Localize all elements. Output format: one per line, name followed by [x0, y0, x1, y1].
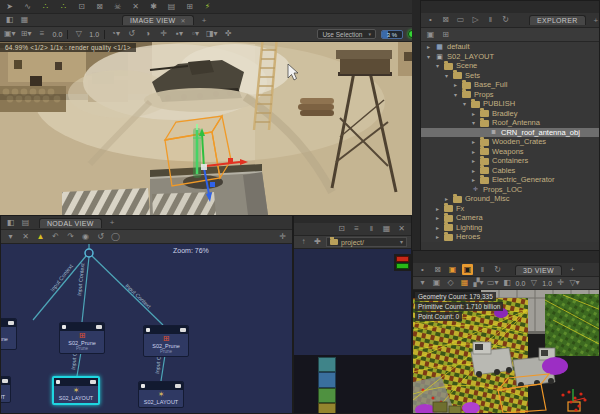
panel-icon[interactable]: ▭ — [455, 15, 466, 26]
cursor-icon[interactable]: ➤ — [4, 1, 15, 12]
tree-item[interactable]: ▸ Fx — [421, 204, 599, 214]
skull-icon[interactable]: ☠ — [112, 1, 123, 12]
refresh-icon[interactable]: ↻ — [500, 15, 511, 26]
node-prune[interactable]: ⊞ S02_Prune Prune — [143, 325, 189, 357]
expand-arrow-icon[interactable]: ▸ — [470, 157, 477, 164]
tab-nodal-view[interactable]: NODAL VIEW — [39, 218, 102, 228]
expand-arrow-icon[interactable]: ▾ — [443, 72, 450, 79]
expand-arrow-icon[interactable]: ▾ — [425, 53, 432, 60]
tree-item[interactable]: ▸ Lighting — [421, 223, 599, 233]
layer-grid-icon[interactable]: ⊞▾ — [21, 29, 32, 40]
tree-item[interactable]: ✛ Props_LOC — [421, 185, 599, 195]
node-prune[interactable]: ⊞ S02_Prune Prune — [1, 318, 17, 350]
lock-icon[interactable]: ⊠ — [432, 264, 443, 275]
caret-icon[interactable]: ▾ — [417, 278, 428, 289]
node-graph[interactable]: Input Context Input Context Input Contex… — [1, 244, 292, 413]
3d-viewport[interactable]: Geometry Count: 179,335Primitive Count: … — [413, 290, 599, 413]
pin-icon[interactable]: • — [417, 264, 428, 275]
expand-arrow-icon[interactable]: ▾ — [452, 91, 459, 98]
half-res-icon[interactable]: ◑ — [142, 29, 153, 40]
tree-item[interactable]: ▸ Wooden_Crates — [421, 137, 599, 147]
undo-icon[interactable]: ↶ — [50, 231, 61, 242]
channels-icon[interactable]: ≡ — [37, 29, 48, 40]
browser-content[interactable] — [294, 249, 411, 414]
add-tab-button[interactable]: + — [566, 265, 579, 274]
up-directory-icon[interactable]: ↑ — [298, 237, 309, 248]
lut-filter-icon[interactable]: ▽ — [528, 278, 539, 289]
tree-item[interactable]: ▾ ▣ S02_LAYOUT — [421, 52, 599, 62]
panel-left-icon[interactable]: ◧ — [4, 15, 15, 26]
panel-icon[interactable]: ◧ — [5, 217, 16, 228]
focus-icon[interactable]: ◉ — [80, 231, 91, 242]
aov-select-icon[interactable]: ▣▾ — [4, 29, 16, 40]
black-swatch-icon[interactable]: ▪▾ — [174, 29, 185, 40]
tree-item[interactable]: ▸ Ground_Misc — [421, 194, 599, 204]
filter-icon[interactable]: ▽▾ — [569, 278, 580, 289]
thumb-olive[interactable] — [318, 403, 336, 414]
thumb-green[interactable] — [318, 388, 336, 403]
tree-item[interactable]: ▾ Roof_Antenna — [421, 118, 599, 128]
display-icon[interactable]: ▭▾ — [487, 278, 499, 289]
pick-color-icon[interactable]: ◔▾ — [110, 29, 121, 40]
expand-arrow-icon[interactable]: ▸ — [470, 138, 477, 145]
node-layout-selected[interactable]: ✶ S02_LAYOUT — [52, 376, 100, 405]
lut-filter-icon[interactable]: ▽ — [73, 29, 84, 40]
expand-arrow-icon[interactable]: ▸ — [452, 81, 459, 88]
background-icon[interactable]: ◨▾ — [206, 29, 218, 40]
add-bookmark-icon[interactable]: ✚ — [312, 237, 323, 248]
export-box-icon[interactable]: ⊞ — [184, 1, 195, 12]
tab-3d-view[interactable]: 3D VIEW — [515, 265, 562, 275]
exposure-value[interactable]: 0.0 — [516, 280, 526, 287]
white-swatch-icon[interactable]: ▫▾ — [190, 29, 201, 40]
delete-icon[interactable]: ✕ — [130, 1, 141, 12]
gamma-value[interactable]: 1.0 — [89, 31, 99, 38]
tree-item[interactable]: ▸ Bradley — [421, 109, 599, 119]
close-tab-icon[interactable]: ✕ — [180, 17, 185, 24]
refresh-icon[interactable]: ↻ — [492, 264, 503, 275]
close-icon[interactable]: ✕ — [396, 224, 407, 235]
panel-grid-icon[interactable]: ▦ — [19, 15, 30, 26]
tree-item[interactable]: ▸ Containers — [421, 156, 599, 166]
tree-item[interactable]: ▸ ▦ default — [421, 42, 599, 52]
snap-icon[interactable]: ▲ — [35, 231, 46, 242]
camera-icon[interactable]: ▞▾ — [473, 278, 484, 289]
node-layout[interactable]: ✶ S02_LAYOUT — [138, 381, 184, 408]
curve-icon[interactable]: ∿ — [22, 1, 33, 12]
delete-icon[interactable]: ✕ — [20, 231, 31, 242]
expand-arrow-icon[interactable]: ▾ — [470, 119, 477, 126]
crosshair-icon[interactable]: ✛ — [158, 29, 169, 40]
plug-icon[interactable]: ⚡ — [202, 1, 213, 12]
expand-arrow-icon[interactable]: ▸ — [470, 148, 477, 155]
node-prune[interactable]: ⊞ S02_Prune Prune — [59, 322, 105, 354]
split-icon[interactable]: ◧ — [502, 278, 513, 289]
add-tab-button[interactable]: + — [198, 16, 211, 25]
tab-explorer[interactable]: EXPLORER — [529, 15, 586, 25]
lock-icon[interactable]: ⊠ — [440, 15, 451, 26]
tab-image-view[interactable]: IMAGE VIEW ✕ — [122, 15, 194, 25]
wireframe-icon[interactable]: ◇ — [445, 278, 456, 289]
graph-icon[interactable]: ▤ — [20, 217, 31, 228]
tree-item[interactable]: ▸ Cables — [421, 166, 599, 176]
tree-item[interactable]: ▾ Sets — [421, 71, 599, 81]
expand-arrow-icon[interactable]: ▸ — [425, 43, 432, 50]
list-icon[interactable]: ≡ — [351, 224, 362, 235]
expand-arrow-icon[interactable]: ▸ — [434, 224, 441, 231]
grid-view-icon[interactable]: ⊞ — [440, 29, 451, 40]
tree-item[interactable]: ▾ Props — [421, 90, 599, 100]
pause-icon[interactable]: ‖ — [477, 264, 488, 275]
gamma-value[interactable]: 1.0 — [542, 280, 552, 287]
folder-sync-icon[interactable]: ▤ — [166, 1, 177, 12]
thumb-teal[interactable] — [318, 357, 336, 372]
node-triad-icon[interactable]: ∴ — [40, 1, 51, 12]
hand-icon[interactable]: ✱ — [148, 1, 159, 12]
display-mode-icon[interactable]: ▣ — [462, 264, 473, 275]
tree-item[interactable]: ≣ CRN_roof_antenna_obj — [421, 128, 599, 138]
tree-item[interactable]: ▸ Heroes — [421, 232, 599, 242]
expand-arrow-icon[interactable]: ▸ — [470, 110, 477, 117]
exposure-value[interactable]: 0.0 — [53, 31, 63, 38]
expand-arrow-icon[interactable]: ▸ — [443, 195, 450, 202]
fit-view-icon[interactable]: ✛ — [555, 278, 566, 289]
refresh-render-icon[interactable]: ↺ — [126, 29, 137, 40]
info-icon[interactable]: ◯ — [110, 231, 121, 242]
tree-item[interactable]: ▾ Scene — [421, 61, 599, 71]
